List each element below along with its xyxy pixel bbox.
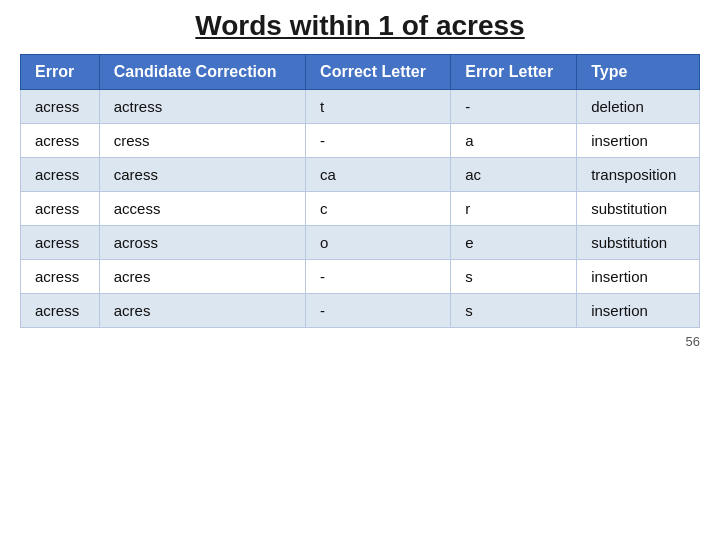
table-row: acresscaresscaactransposition	[21, 158, 700, 192]
cell-candidate: acres	[99, 294, 305, 328]
words-table: Error Candidate Correction Correct Lette…	[20, 54, 700, 328]
table-row: acressacres-sinsertion	[21, 294, 700, 328]
cell-error: acress	[21, 260, 100, 294]
cell-type: insertion	[577, 124, 700, 158]
cell-error: acress	[21, 226, 100, 260]
cell-type: substitution	[577, 226, 700, 260]
cell-correct_letter: ca	[306, 158, 451, 192]
cell-candidate: cress	[99, 124, 305, 158]
cell-error_letter: s	[451, 294, 577, 328]
cell-error: acress	[21, 90, 100, 124]
cell-correct_letter: c	[306, 192, 451, 226]
cell-type: deletion	[577, 90, 700, 124]
cell-error_letter: -	[451, 90, 577, 124]
header-correct-letter: Correct Letter	[306, 55, 451, 90]
cell-correct_letter: -	[306, 294, 451, 328]
cell-candidate: acres	[99, 260, 305, 294]
table-row: acresscress-ainsertion	[21, 124, 700, 158]
cell-candidate: access	[99, 192, 305, 226]
cell-candidate: across	[99, 226, 305, 260]
cell-correct_letter: o	[306, 226, 451, 260]
cell-error: acress	[21, 124, 100, 158]
cell-type: insertion	[577, 260, 700, 294]
table-row: acressacrossoesubstitution	[21, 226, 700, 260]
cell-candidate: actress	[99, 90, 305, 124]
cell-error: acress	[21, 192, 100, 226]
cell-candidate: caress	[99, 158, 305, 192]
cell-error: acress	[21, 294, 100, 328]
page-title: Words within 1 of acress	[195, 10, 524, 42]
cell-error_letter: ac	[451, 158, 577, 192]
cell-type: substitution	[577, 192, 700, 226]
cell-correct_letter: -	[306, 124, 451, 158]
cell-type: transposition	[577, 158, 700, 192]
cell-error_letter: r	[451, 192, 577, 226]
cell-correct_letter: t	[306, 90, 451, 124]
cell-error: acress	[21, 158, 100, 192]
header-error-letter: Error Letter	[451, 55, 577, 90]
header-candidate-correction: Candidate Correction	[99, 55, 305, 90]
table-row: acressaccesscrsubstitution	[21, 192, 700, 226]
table-row: acressactresst-deletion	[21, 90, 700, 124]
cell-error_letter: e	[451, 226, 577, 260]
header-error: Error	[21, 55, 100, 90]
header-type: Type	[577, 55, 700, 90]
table-header-row: Error Candidate Correction Correct Lette…	[21, 55, 700, 90]
page-number: 56	[686, 334, 700, 349]
table-row: acressacres-sinsertion	[21, 260, 700, 294]
cell-type: insertion	[577, 294, 700, 328]
cell-correct_letter: -	[306, 260, 451, 294]
cell-error_letter: a	[451, 124, 577, 158]
cell-error_letter: s	[451, 260, 577, 294]
